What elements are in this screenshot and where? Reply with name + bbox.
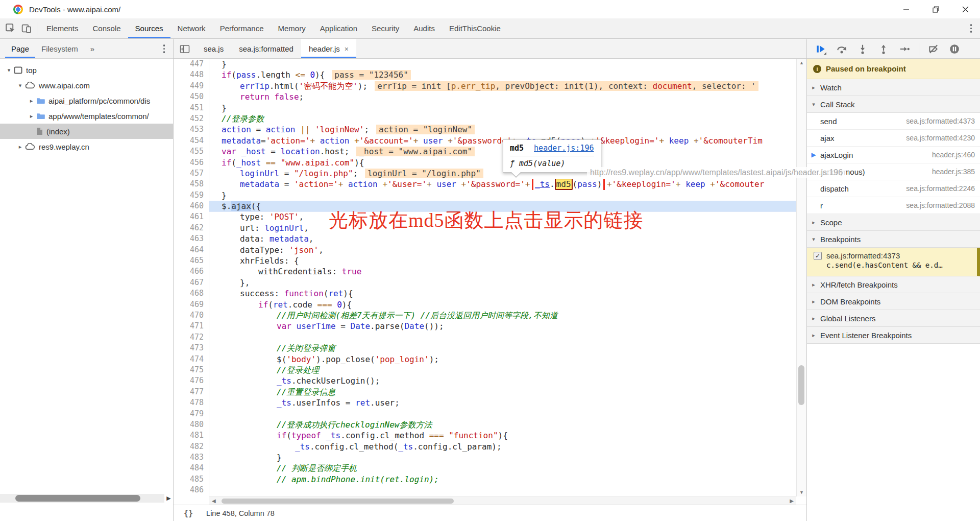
code-line-content[interactable]: [209, 485, 796, 495]
code-line-content[interactable]: }: [209, 103, 796, 113]
deactivate-breakpoints-button[interactable]: [928, 43, 939, 55]
step-into-next-function-call-button[interactable]: [857, 43, 868, 55]
line-number[interactable]: 462: [174, 223, 209, 233]
section-watch[interactable]: ▸Watch: [807, 79, 980, 96]
section-scope[interactable]: ▸Scope: [807, 214, 980, 231]
section-global-listeners[interactable]: ▸Global Listeners: [807, 310, 980, 327]
tree-item-res9-weplay-cn[interactable]: ▸res9.weplay.cn: [0, 139, 173, 154]
code-line-content[interactable]: var userTime = Date.parse(Date());: [209, 321, 796, 331]
line-number[interactable]: 481: [174, 430, 209, 441]
line-number[interactable]: 465: [174, 255, 209, 266]
scrollbar-thumb[interactable]: [798, 365, 804, 405]
line-number[interactable]: 485: [174, 474, 209, 485]
line-number[interactable]: 469: [174, 299, 209, 310]
code-line-content[interactable]: _ts.config.cl_method(_ts.config.cl_param…: [209, 441, 796, 452]
section-dom-breakpoints[interactable]: ▸DOM Breakpoints: [807, 293, 980, 310]
scroll-left-arrow[interactable]: ◀: [212, 497, 216, 505]
scrollbar-thumb[interactable]: [222, 499, 454, 504]
line-number[interactable]: 487: [174, 496, 209, 496]
tab-performance[interactable]: Performance: [213, 18, 271, 38]
section-call-stack[interactable]: ▾Call Stack: [807, 96, 980, 113]
sidebar-tab-[interactable]: »: [84, 39, 101, 58]
step-out-of-current-function-button[interactable]: [878, 43, 889, 55]
line-number[interactable]: 449: [174, 81, 209, 91]
scroll-down-arrow[interactable]: ▼: [797, 490, 806, 495]
code-line-content[interactable]: }: [209, 452, 796, 463]
line-number[interactable]: 472: [174, 332, 209, 343]
line-number[interactable]: 479: [174, 409, 209, 419]
disclosure-closed-icon[interactable]: ▸: [28, 113, 35, 120]
line-number[interactable]: 482: [174, 441, 209, 452]
code-line-content[interactable]: data: metadata,: [209, 233, 796, 244]
code-line-content[interactable]: _ts.checkUserLogin();: [209, 375, 796, 386]
section-event-listener-breakpoints[interactable]: ▸Event Listener Breakpoints: [807, 327, 980, 344]
section-breakpoints[interactable]: ▾Breakpoints: [807, 231, 980, 248]
code-line-content[interactable]: dataType: 'json',: [209, 245, 796, 255]
disclosure-closed-icon[interactable]: ▸: [16, 144, 24, 150]
scroll-up-arrow[interactable]: ▲: [797, 60, 806, 65]
editor-tab-sea-js-formatted[interactable]: sea.js:formatted: [231, 39, 301, 58]
line-number[interactable]: 447: [174, 59, 209, 69]
line-number[interactable]: 478: [174, 397, 209, 408]
disclosure-open-icon[interactable]: ▾: [16, 82, 24, 89]
code-line-content[interactable]: }: [209, 190, 796, 201]
line-number[interactable]: 477: [174, 387, 209, 397]
step-over-next-function-call-button[interactable]: [836, 43, 847, 55]
navigator-toggle-icon[interactable]: [174, 39, 196, 58]
line-number[interactable]: 460: [174, 201, 209, 211]
devtools-menu-button[interactable]: [962, 18, 980, 38]
call-stack-frame-dispatch[interactable]: dispatchsea.js:formatted:2246: [807, 180, 980, 197]
breakpoint-checkbox[interactable]: ✓: [814, 252, 822, 260]
code-line-content[interactable]: withCredentials: true: [209, 266, 796, 277]
inspect-element-icon[interactable]: [5, 23, 16, 34]
code-line-content[interactable]: metadata = 'action='+ action +'&user='+ …: [209, 179, 796, 190]
code-line-content[interactable]: if(ret.code === 0){: [209, 299, 796, 310]
minimize-button[interactable]: [891, 0, 921, 18]
tab-memory[interactable]: Memory: [271, 18, 313, 38]
line-number[interactable]: 470: [174, 310, 209, 321]
call-stack-frame-send[interactable]: sendsea.js:formatted:4373: [807, 113, 980, 130]
disclosure-open-icon[interactable]: ▾: [5, 67, 13, 74]
sidebar-tab-filesystem[interactable]: Filesystem: [35, 39, 84, 58]
line-number[interactable]: 453: [174, 124, 209, 135]
resume-script-execution-button[interactable]: [815, 43, 826, 55]
editor-tab-header-js[interactable]: header.js×: [301, 39, 356, 58]
line-number[interactable]: 486: [174, 485, 209, 495]
line-number[interactable]: 457: [174, 168, 209, 179]
line-number[interactable]: 450: [174, 91, 209, 102]
tab-console[interactable]: Console: [86, 18, 128, 38]
line-number[interactable]: 464: [174, 245, 209, 255]
line-number[interactable]: 452: [174, 113, 209, 124]
tree-item-aipai-platform-pc-common-dis[interactable]: ▸aipai_platform/pc/common/dis: [0, 93, 173, 108]
toggle-device-toolbar-icon[interactable]: [21, 23, 32, 34]
line-number[interactable]: 473: [174, 343, 209, 353]
close-tab-icon[interactable]: ×: [345, 45, 349, 53]
code-line-content[interactable]: //关闭登录弹窗: [209, 343, 796, 353]
line-number[interactable]: 475: [174, 365, 209, 375]
close-button[interactable]: [950, 0, 980, 18]
line-number[interactable]: 463: [174, 233, 209, 244]
code-line-content[interactable]: // 判断是否绑定手机: [209, 463, 796, 473]
code-line-content[interactable]: },: [209, 277, 796, 288]
pretty-print-icon[interactable]: {}: [184, 509, 193, 518]
line-number[interactable]: 467: [174, 277, 209, 288]
code-line-content[interactable]: //登录处理: [209, 365, 796, 375]
section-xhr-fetch-breakpoints[interactable]: ▸XHR/fetch Breakpoints: [807, 276, 980, 293]
sidebar-menu-button[interactable]: [163, 44, 174, 53]
editor-vertical-scrollbar[interactable]: ▲ ▼: [796, 59, 806, 496]
code-line-content[interactable]: $('body').pop_close('pop_login');: [209, 354, 796, 365]
line-number[interactable]: 480: [174, 419, 209, 430]
call-stack-frame-ajaxlogin[interactable]: ▶ajaxLoginheader.js:460: [807, 147, 980, 163]
code-line-content[interactable]: //用户时间检测(相差7天有提示一下) //后台没返回用户时间等字段,不知道: [209, 310, 796, 321]
code-line-content[interactable]: xhrFields: {: [209, 255, 796, 266]
tab-sources[interactable]: Sources: [128, 18, 170, 38]
code-line-content[interactable]: //登录成功执行checkloginNew参数方法: [209, 419, 796, 430]
line-number[interactable]: 458: [174, 179, 209, 190]
code-line-content[interactable]: errTip.html('密码不能为空');errTip = init [p.e…: [209, 81, 796, 91]
code-line-content[interactable]: success: function(ret){: [209, 288, 796, 299]
code-viewport[interactable]: 447}448if(pass.length <= 0){pass = "1234…: [174, 59, 796, 496]
code-line-content[interactable]: return false;: [209, 91, 796, 102]
line-number[interactable]: 484: [174, 463, 209, 473]
tree-item-index[interactable]: (index): [0, 124, 173, 139]
code-line-content[interactable]: //登录参数: [209, 113, 796, 124]
